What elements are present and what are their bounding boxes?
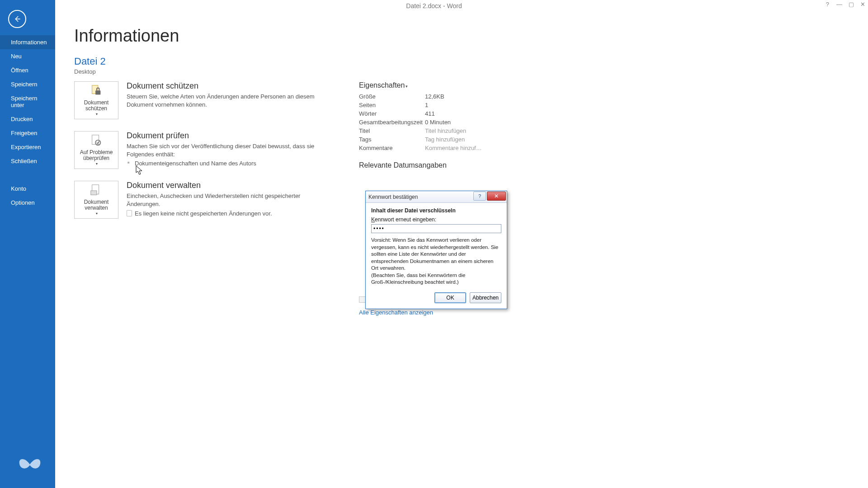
protect-tile-label: Dokument schützen — [76, 100, 116, 113]
inspect-document-tile[interactable]: Auf Probleme überprüfen▾ — [74, 131, 118, 169]
dialog-title: Kennwort bestätigen — [368, 194, 418, 200]
cancel-button[interactable]: Abbrechen — [470, 292, 501, 303]
dialog-close-button[interactable]: ✕ — [487, 192, 506, 201]
prop-title: TitelTitel hinzufügen — [359, 127, 482, 134]
prop-words: Wörter411 — [359, 110, 482, 117]
svg-rect-1 — [95, 90, 100, 94]
related-dates-header: Relevante Datumsangaben — [359, 161, 482, 169]
arrow-left-icon — [13, 15, 21, 23]
nav-oeffnen[interactable]: Öffnen — [0, 63, 55, 77]
inspect-desc: Machen Sie sich vor der Veröffentlichung… — [127, 142, 321, 158]
nav-speichern-unter[interactable]: Speichern unter — [0, 91, 55, 112]
nav-exportieren[interactable]: Exportieren — [0, 140, 55, 154]
minimize-icon[interactable]: — — [836, 1, 842, 8]
back-button[interactable] — [8, 10, 26, 28]
nav-optionen[interactable]: Optionen — [0, 196, 55, 210]
chevron-down-icon: ▾ — [96, 112, 98, 116]
manage-line: Es liegen keine nicht gespeicherten Ände… — [135, 210, 272, 217]
section-inspect: Auf Probleme überprüfen▾ Dokument prüfen… — [74, 131, 354, 169]
nav-neu[interactable]: Neu — [0, 49, 55, 63]
manage-heading: Dokument verwalten — [127, 181, 321, 190]
prop-comments: KommentareKommentare hinzuf… — [359, 145, 482, 151]
show-all-properties-link[interactable]: Alle Eigenschaften anzeigen — [359, 309, 482, 316]
protect-desc: Steuern Sie, welche Arten von Änderungen… — [127, 93, 321, 108]
nav-secondary: Konto Optionen — [0, 182, 55, 210]
inspect-bullet: Dokumenteigenschaften und Name des Autor… — [127, 160, 321, 167]
manage-document-tile[interactable]: Dokument verwalten▾ — [74, 181, 118, 219]
chevron-down-icon: ▾ — [96, 211, 98, 216]
properties-table: Größe12,6KB Seiten1 Wörter411 Gesamtbear… — [359, 93, 482, 151]
nav-drucken[interactable]: Drucken — [0, 112, 55, 126]
window-title: Datei 2.docx - Word — [406, 2, 462, 9]
nav-schliessen[interactable]: Schließen — [0, 154, 55, 168]
manage-tile-label: Dokument verwalten — [76, 199, 116, 212]
svg-rect-5 — [91, 191, 97, 195]
protect-document-tile[interactable]: Dokument schützen▾ — [74, 81, 118, 119]
chevron-down-icon: ▾ — [96, 162, 98, 166]
title-bar: Datei 2.docx - Word ? — ▢ ✕ — [0, 0, 868, 12]
help-icon[interactable]: ? — [826, 1, 829, 8]
section-manage: Dokument verwalten▾ Dokument verwalten E… — [74, 181, 354, 219]
nav-freigeben[interactable]: Freigeben — [0, 126, 55, 140]
document-manage-icon — [90, 184, 103, 197]
nav-primary: Informationen Neu Öffnen Speichern Speic… — [0, 35, 55, 168]
window-controls: — ▢ ✕ — [836, 1, 865, 8]
butterfly-logo — [17, 451, 42, 478]
document-name: Datei 2 — [74, 56, 868, 67]
prop-edittime: Gesamtbearbeitungszeit0 Minuten — [359, 119, 482, 126]
password-input[interactable] — [371, 224, 501, 233]
page-title: Informationen — [74, 26, 868, 46]
lock-document-icon — [90, 84, 103, 98]
close-icon[interactable]: ✕ — [860, 1, 865, 8]
properties-header[interactable]: Eigenschaften▾ — [359, 81, 482, 89]
password-label: Kennwort erneut eingeben: — [371, 216, 501, 223]
dialog-help-button[interactable]: ? — [473, 192, 486, 201]
ok-button[interactable]: OK — [434, 292, 466, 303]
nav-speichern[interactable]: Speichern — [0, 77, 55, 91]
section-protect: Dokument schützen▾ Dokument schützen Ste… — [74, 81, 354, 119]
chevron-down-icon: ▾ — [406, 84, 408, 89]
document-icon — [127, 210, 132, 216]
nav-informationen[interactable]: Informationen — [0, 35, 55, 49]
prop-pages: Seiten1 — [359, 102, 482, 108]
document-check-icon — [90, 134, 103, 148]
dialog-titlebar[interactable]: Kennwort bestätigen ? ✕ — [366, 191, 507, 203]
prop-size: Größe12,6KB — [359, 93, 482, 100]
restore-icon[interactable]: ▢ — [849, 1, 854, 8]
dialog-warning: Vorsicht: Wenn Sie das Kennwort verliere… — [371, 237, 501, 286]
inspect-heading: Dokument prüfen — [127, 131, 321, 141]
protect-heading: Dokument schützen — [127, 81, 321, 91]
confirm-password-dialog: Kennwort bestätigen ? ✕ Inhalt dieser Da… — [365, 191, 507, 309]
manage-desc: Einchecken, Auschecken und Wiederherstel… — [127, 192, 321, 208]
document-path: Desktop — [74, 68, 868, 75]
backstage-sidebar: Informationen Neu Öffnen Speichern Speic… — [0, 0, 55, 488]
properties-header-label: Eigenschaften — [359, 81, 405, 89]
inspect-tile-label: Auf Probleme überprüfen — [76, 150, 116, 162]
nav-konto[interactable]: Konto — [0, 182, 55, 196]
dialog-heading: Inhalt dieser Datei verschlüsseln — [371, 207, 501, 214]
prop-tags: TagsTag hinzufügen — [359, 136, 482, 143]
